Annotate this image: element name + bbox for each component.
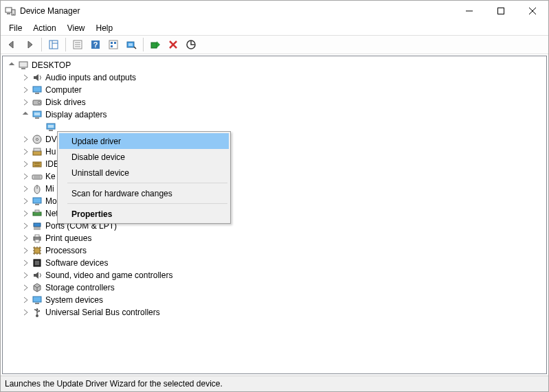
- svg-rect-55: [34, 223, 41, 227]
- toolbar-sep: [65, 38, 66, 51]
- category-label: Ke: [45, 170, 56, 183]
- tree-category[interactable]: Computer: [5, 84, 544, 96]
- svg-rect-8: [49, 41, 58, 49]
- chevron-right-icon[interactable]: [21, 246, 30, 255]
- tree-root-label: DESKTOP: [32, 59, 71, 71]
- tree-category[interactable]: Disk drives: [5, 96, 544, 108]
- close-button[interactable]: [517, 1, 548, 21]
- chevron-right-icon[interactable]: [21, 209, 30, 218]
- chevron-right-icon[interactable]: [21, 221, 30, 231]
- help-button[interactable]: ?: [87, 36, 104, 53]
- maximize-button[interactable]: [485, 1, 517, 21]
- properties-button[interactable]: [69, 36, 86, 53]
- svg-rect-52: [35, 204, 39, 205]
- chevron-right-icon[interactable]: [21, 184, 30, 194]
- ctx-properties[interactable]: Properties: [59, 206, 229, 222]
- chevron-down-icon[interactable]: [21, 110, 30, 119]
- chevron-right-icon[interactable]: [21, 159, 30, 169]
- chevron-right-icon[interactable]: [21, 147, 30, 157]
- software-icon: [32, 257, 43, 268]
- ctx-update-driver[interactable]: Update driver: [59, 133, 229, 149]
- svg-point-40: [36, 139, 38, 141]
- category-label: System devices: [45, 294, 103, 306]
- svg-rect-34: [34, 113, 40, 115]
- enable-device-button[interactable]: [147, 36, 164, 53]
- context-menu: Update driver Disable device Uninstall d…: [57, 131, 231, 224]
- ide-icon: [32, 159, 43, 170]
- tree-category[interactable]: Audio inputs and outputs: [5, 71, 544, 84]
- toolbar: ?: [1, 35, 548, 54]
- sound-icon: [32, 72, 43, 83]
- chevron-right-icon[interactable]: [21, 258, 30, 268]
- svg-rect-62: [33, 297, 41, 302]
- svg-point-3: [13, 14, 14, 14]
- forward-button[interactable]: [21, 36, 38, 53]
- ctx-separator: [67, 183, 227, 183]
- storage-icon: [32, 282, 43, 293]
- chevron-right-icon[interactable]: [21, 73, 30, 82]
- tree-category[interactable]: Storage controllers: [5, 281, 544, 294]
- tree-root[interactable]: DESKTOP: [5, 59, 544, 71]
- chevron-right-icon[interactable]: [21, 85, 30, 95]
- usb-icon: [32, 307, 43, 318]
- display-icon: [45, 122, 56, 132]
- svg-rect-63: [35, 303, 39, 304]
- tree-category[interactable]: Universal Serial Bus controllers: [5, 306, 544, 319]
- toolbar-sep: [41, 38, 42, 51]
- svg-text:?: ?: [93, 41, 98, 49]
- dvd-icon: [32, 134, 43, 145]
- chevron-down-icon[interactable]: [7, 60, 16, 70]
- chevron-right-icon[interactable]: [21, 295, 30, 305]
- chevron-right-icon[interactable]: [21, 233, 30, 243]
- category-label: Display adapters: [45, 108, 107, 121]
- monitor-icon: [32, 196, 43, 207]
- menu-file[interactable]: File: [3, 22, 27, 34]
- chevron-right-icon[interactable]: [21, 172, 30, 181]
- chevron-right-icon[interactable]: [21, 97, 30, 107]
- svg-rect-57: [35, 235, 39, 237]
- svg-rect-19: [114, 42, 116, 44]
- svg-rect-43: [33, 162, 41, 167]
- chevron-right-icon[interactable]: [21, 196, 30, 206]
- titlebar: Device Manager: [1, 1, 548, 21]
- show-hide-tree-button[interactable]: [45, 36, 62, 53]
- svg-rect-37: [48, 125, 54, 128]
- svg-rect-18: [111, 42, 113, 44]
- minimize-button[interactable]: [453, 1, 485, 21]
- back-button[interactable]: [3, 36, 20, 53]
- toolbar-sep: [143, 38, 144, 51]
- menu-action[interactable]: Action: [27, 22, 61, 34]
- tree-category[interactable]: Processors: [5, 244, 544, 257]
- statusbar: Launches the Update Driver Wizard for th…: [1, 376, 548, 391]
- svg-rect-41: [33, 151, 41, 155]
- tree-category[interactable]: Sound, video and game controllers: [5, 269, 544, 281]
- ctx-disable-device[interactable]: Disable device: [59, 149, 229, 165]
- device-manager-window: Device Manager File Action View Help: [0, 0, 549, 392]
- chevron-right-icon[interactable]: [21, 135, 30, 144]
- menu-help[interactable]: Help: [91, 22, 119, 34]
- category-label: Disk drives: [45, 96, 86, 108]
- tree-category[interactable]: System devices: [5, 294, 544, 306]
- ctx-uninstall-device[interactable]: Uninstall device: [59, 165, 229, 181]
- svg-rect-46: [32, 175, 42, 179]
- svg-rect-0: [5, 8, 12, 12]
- chevron-right-icon[interactable]: [21, 270, 30, 280]
- cpu-icon: [32, 245, 43, 256]
- devices-by-type-button[interactable]: [105, 36, 122, 53]
- chevron-right-icon[interactable]: [21, 283, 30, 292]
- ctx-separator: [67, 203, 227, 204]
- uninstall-device-button[interactable]: [165, 36, 181, 53]
- menu-view[interactable]: View: [62, 22, 91, 34]
- svg-rect-23: [151, 43, 157, 48]
- tree-category[interactable]: Software devices: [5, 257, 544, 269]
- computer-icon: [18, 60, 29, 71]
- system-icon: [32, 295, 43, 305]
- tree-category[interactable]: Print queues: [5, 232, 544, 244]
- chevron-right-icon[interactable]: [21, 308, 30, 317]
- scan-hardware-button[interactable]: [123, 36, 139, 53]
- svg-rect-51: [33, 198, 41, 203]
- ctx-scan-hardware[interactable]: Scan for hardware changes: [59, 185, 229, 201]
- disable-device-button[interactable]: [183, 36, 199, 53]
- tree-category-display-adapters[interactable]: Display adapters: [5, 108, 544, 121]
- svg-rect-35: [35, 117, 39, 119]
